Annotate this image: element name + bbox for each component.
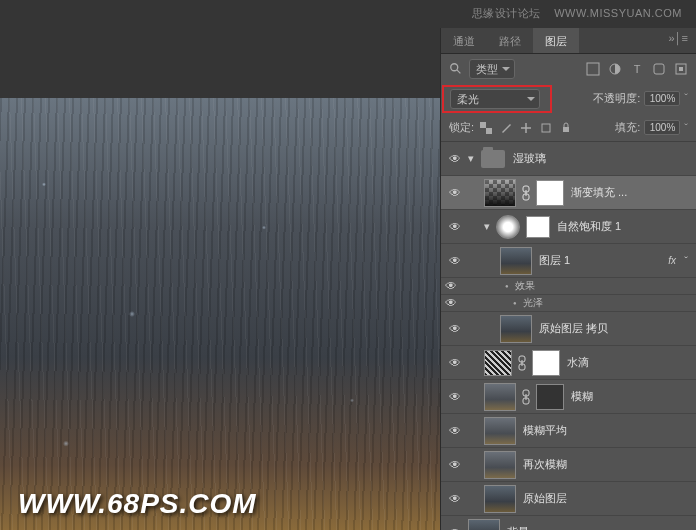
filter-adjustment-icon[interactable] xyxy=(608,62,622,76)
watermark-top-left: 思缘设计论坛 xyxy=(472,7,541,19)
layer-name[interactable]: 模糊平均 xyxy=(523,423,692,438)
disclose-icon[interactable]: ▾ xyxy=(465,152,477,165)
layer-name[interactable]: 图层 1 xyxy=(539,253,668,268)
layer-name[interactable]: 背景 xyxy=(507,525,692,530)
layer-thumb[interactable] xyxy=(484,383,516,411)
layer-thumb[interactable] xyxy=(500,315,532,343)
layer-thumb[interactable] xyxy=(484,417,516,445)
effects-label: 效果 xyxy=(461,278,535,294)
layer-name[interactable]: 原始图层 xyxy=(523,491,692,506)
visibility-icon[interactable]: 👁 xyxy=(445,424,465,438)
visibility-icon[interactable]: 👁 xyxy=(445,458,465,472)
opacity-label: 不透明度: xyxy=(593,91,640,106)
visibility-icon[interactable]: 👁 xyxy=(445,390,465,404)
lock-paint-icon[interactable] xyxy=(500,122,512,134)
visibility-icon[interactable]: 👁 xyxy=(441,279,461,293)
layer-filter-row: 类型 T xyxy=(441,54,696,84)
layer-thumb[interactable] xyxy=(468,519,500,531)
mask-thumb[interactable] xyxy=(532,350,560,376)
filter-type-icons: T xyxy=(586,62,688,76)
visibility-icon[interactable]: 👁 xyxy=(441,296,461,310)
layer-background[interactable]: 👁 背景 xyxy=(441,516,696,530)
layer-copy[interactable]: 👁 原始图层 拷贝 xyxy=(441,312,696,346)
folder-icon xyxy=(481,150,505,168)
opacity-value[interactable]: 100% xyxy=(644,91,680,106)
svg-rect-11 xyxy=(563,127,569,132)
fx-disclose-icon[interactable]: ˇ xyxy=(680,255,692,267)
search-icon[interactable] xyxy=(449,62,463,76)
layers-panel: 通道 路径 图层 »│≡ 类型 T 柔光 不透明度: 100% ˇ 锁定: xyxy=(440,28,696,530)
layer-name[interactable]: 模糊 xyxy=(571,389,692,404)
lock-artboard-icon[interactable] xyxy=(540,122,552,134)
svg-rect-9 xyxy=(486,128,492,134)
panel-menu-icon[interactable]: »│≡ xyxy=(661,28,696,53)
layer-name[interactable]: 渐变填充 ... xyxy=(571,185,692,200)
layer-name[interactable]: 再次模糊 xyxy=(523,457,692,472)
watermark-top-right: WWW.MISSYUAN.COM xyxy=(554,7,682,19)
svg-rect-8 xyxy=(480,122,486,128)
layer-thumb[interactable] xyxy=(500,247,532,275)
chevron-down-icon[interactable]: ˇ xyxy=(684,92,688,104)
layer-name[interactable]: 自然饱和度 1 xyxy=(557,219,692,234)
filter-text-icon[interactable]: T xyxy=(630,62,644,76)
layer-blur-avg[interactable]: 👁 模糊平均 xyxy=(441,414,696,448)
visibility-icon[interactable]: 👁 xyxy=(445,322,465,336)
visibility-icon[interactable]: 👁 xyxy=(445,492,465,506)
lock-transparency-icon[interactable] xyxy=(480,122,492,134)
layer-name[interactable]: 湿玻璃 xyxy=(513,151,692,166)
lock-label: 锁定: xyxy=(449,120,474,135)
tab-paths[interactable]: 路径 xyxy=(487,28,533,53)
svg-rect-4 xyxy=(654,64,664,74)
blend-mode-value: 柔光 xyxy=(457,92,479,107)
chevron-down-icon[interactable]: ˇ xyxy=(684,122,688,134)
layer-name[interactable]: 原始图层 拷贝 xyxy=(539,321,692,336)
lock-position-icon[interactable] xyxy=(520,122,532,134)
link-icon[interactable] xyxy=(521,185,531,201)
svg-line-1 xyxy=(457,70,461,74)
layer-effect-glow[interactable]: 👁 光泽 xyxy=(441,295,696,312)
fill-value[interactable]: 100% xyxy=(644,120,680,135)
disclose-icon[interactable]: ▾ xyxy=(481,220,493,233)
layer-name[interactable]: 水滴 xyxy=(567,355,692,370)
visibility-icon[interactable]: 👁 xyxy=(445,254,465,268)
mask-thumb[interactable] xyxy=(536,180,564,206)
layer-effects-heading[interactable]: 👁 效果 xyxy=(441,278,696,295)
layers-list: 👁 ▾ 湿玻璃 👁 渐变填充 ... 👁 ▾ 自然饱和度 1 👁 图层 1 xyxy=(441,142,696,530)
visibility-icon[interactable]: 👁 xyxy=(445,526,465,531)
layer-group[interactable]: 👁 ▾ 湿玻璃 xyxy=(441,142,696,176)
tab-layers[interactable]: 图层 xyxy=(533,28,579,53)
visibility-icon[interactable]: 👁 xyxy=(445,152,465,166)
mask-thumb[interactable] xyxy=(526,216,550,238)
filter-pixel-icon[interactable] xyxy=(586,62,600,76)
svg-rect-10 xyxy=(542,124,550,132)
link-icon[interactable] xyxy=(517,355,527,371)
visibility-icon[interactable]: 👁 xyxy=(445,186,465,200)
layer-thumb[interactable] xyxy=(484,179,516,207)
filter-kind-label: 类型 xyxy=(476,62,498,77)
layer-reblur[interactable]: 👁 再次模糊 xyxy=(441,448,696,482)
effect-name: 光泽 xyxy=(461,295,543,311)
layer-drops[interactable]: 👁 水滴 xyxy=(441,346,696,380)
layer-1[interactable]: 👁 图层 1 fx ˇ xyxy=(441,244,696,278)
lock-all-icon[interactable] xyxy=(560,122,572,134)
mask-thumb[interactable] xyxy=(536,384,564,410)
tab-channels[interactable]: 通道 xyxy=(441,28,487,53)
visibility-icon[interactable]: 👁 xyxy=(445,356,465,370)
layer-original[interactable]: 👁 原始图层 xyxy=(441,482,696,516)
layer-natural-saturation[interactable]: 👁 ▾ 自然饱和度 1 xyxy=(441,210,696,244)
layer-thumb[interactable] xyxy=(484,350,512,376)
filter-kind-dropdown[interactable]: 类型 xyxy=(469,59,515,79)
layer-thumb[interactable] xyxy=(484,451,516,479)
watermark-bottom: WWW.68PS.COM xyxy=(18,488,257,520)
blend-mode-dropdown[interactable]: 柔光 xyxy=(450,89,540,109)
layer-blur[interactable]: 👁 模糊 xyxy=(441,380,696,414)
visibility-icon[interactable]: 👁 xyxy=(445,220,465,234)
layer-thumb[interactable] xyxy=(484,485,516,513)
adjustment-icon[interactable] xyxy=(496,215,520,239)
fx-indicator[interactable]: fx xyxy=(668,255,676,266)
layer-gradient-fill[interactable]: 👁 渐变填充 ... xyxy=(441,176,696,210)
filter-shape-icon[interactable] xyxy=(652,62,666,76)
filter-smart-icon[interactable] xyxy=(674,62,688,76)
link-icon[interactable] xyxy=(521,389,531,405)
svg-rect-6 xyxy=(679,67,683,71)
